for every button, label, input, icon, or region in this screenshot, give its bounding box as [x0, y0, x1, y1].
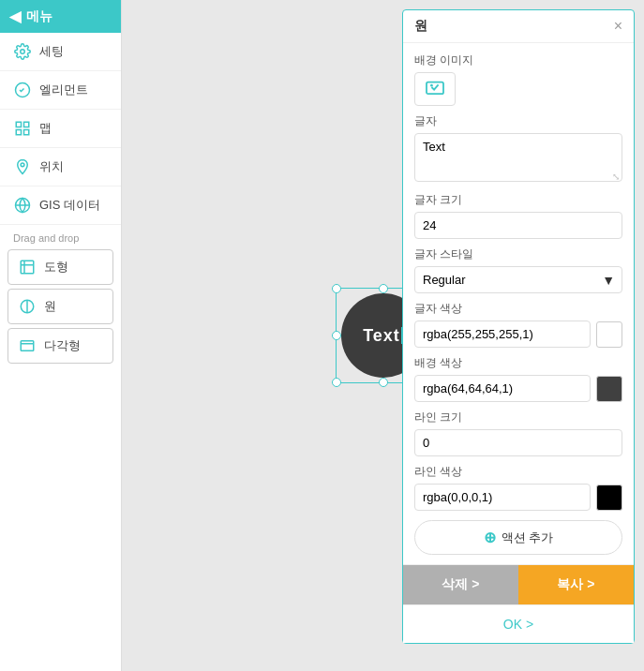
text-color-swatch[interactable]	[596, 321, 622, 348]
svg-rect-12	[21, 341, 34, 351]
text-color-wrapper	[414, 321, 622, 348]
svg-point-0	[21, 50, 25, 54]
bg-color-wrapper	[414, 375, 622, 402]
panel-footer-actions: 삭제 > 복사 >	[403, 565, 634, 604]
svg-rect-2	[24, 122, 29, 127]
polygon-icon	[18, 336, 37, 355]
sidebar-title: 메뉴	[26, 8, 52, 25]
handle-ml[interactable]	[332, 331, 341, 340]
copy-button[interactable]: 복사 >	[518, 565, 634, 604]
panel-title: 원	[414, 18, 427, 35]
add-action-label: 액션 추가	[502, 529, 554, 546]
handle-tl[interactable]	[332, 284, 341, 293]
resize-icon: ⤡	[612, 171, 620, 182]
sidebar-header: ◀ 메뉴	[0, 0, 121, 33]
sidebar-item-element[interactable]: 엘리먼트	[0, 71, 121, 110]
text-field-wrapper: Text ⤡	[414, 133, 622, 185]
sidebar-back-icon[interactable]: ◀	[9, 7, 21, 25]
line-size-input[interactable]	[414, 429, 622, 456]
bg-image-label: 배경 이미지	[414, 52, 622, 68]
font-size-label: 글자 크기	[414, 192, 622, 208]
circle-icon	[18, 297, 37, 316]
circle-text: Text	[363, 326, 400, 346]
drag-drop-label: Drag and drop	[0, 225, 121, 247]
bg-image-upload[interactable]	[414, 72, 456, 106]
line-size-label: 라인 크기	[414, 410, 622, 425]
location-icon	[13, 157, 32, 176]
font-style-wrapper: Regular Bold Italic Bold Italic ▼	[414, 266, 622, 293]
main-canvas[interactable]: ↺ Text 원 × 배경 이미지 글자	[122, 0, 644, 671]
svg-point-15	[430, 83, 433, 86]
sidebar-item-shape[interactable]: 도형	[7, 249, 113, 285]
gis-icon	[13, 196, 32, 215]
bg-color-label: 배경 색상	[414, 355, 622, 371]
svg-rect-3	[16, 130, 21, 135]
line-color-label: 라인 색상	[414, 464, 622, 480]
sidebar-item-polygon-label: 다각형	[44, 337, 81, 354]
sidebar-item-shape-label: 도형	[44, 259, 68, 276]
svg-rect-1	[16, 122, 21, 127]
sidebar-item-gis[interactable]: GIS 데이터	[0, 186, 121, 225]
svg-point-5	[21, 163, 24, 167]
svg-rect-4	[24, 130, 29, 135]
line-color-wrapper	[414, 484, 622, 511]
sidebar-item-map[interactable]: 맵	[0, 110, 121, 148]
bg-color-swatch[interactable]	[596, 376, 622, 402]
gear-icon	[13, 42, 32, 61]
handle-bm[interactable]	[379, 378, 388, 387]
line-color-swatch[interactable]	[596, 485, 622, 511]
ok-button[interactable]: OK >	[403, 604, 634, 643]
panel-close-button[interactable]: ×	[614, 19, 622, 34]
font-size-input[interactable]	[414, 212, 622, 239]
text-label: 글자	[414, 113, 622, 129]
element-icon	[13, 81, 32, 99]
image-upload-icon	[425, 79, 445, 100]
sidebar-item-location-label: 위치	[39, 158, 64, 175]
map-icon	[13, 119, 32, 138]
text-textarea[interactable]: Text	[414, 133, 622, 182]
bg-color-input[interactable]	[414, 375, 591, 402]
panel-footer: 삭제 > 복사 > OK >	[403, 564, 634, 643]
line-color-input[interactable]	[414, 484, 591, 511]
sidebar: ◀ 메뉴 세팅 엘리먼트 맵	[0, 0, 122, 671]
panel-header: 원 ×	[403, 10, 634, 43]
properties-panel: 원 × 배경 이미지 글자 Text ⤡	[402, 9, 635, 644]
font-style-label: 글자 스타일	[414, 246, 622, 262]
handle-bl[interactable]	[332, 378, 341, 387]
sidebar-item-element-label: 엘리먼트	[39, 82, 88, 98]
sidebar-item-circle-label: 원	[44, 298, 56, 315]
panel-body: 배경 이미지 글자 Text ⤡ 글자 크기 글자 스타	[403, 43, 634, 564]
shape-icon	[18, 258, 37, 276]
handle-tm[interactable]	[379, 284, 388, 293]
sidebar-item-settings[interactable]: 세팅	[0, 33, 121, 71]
add-action-plus-icon: ⊕	[484, 529, 496, 546]
svg-rect-7	[21, 261, 34, 274]
sidebar-item-polygon[interactable]: 다각형	[7, 328, 113, 364]
text-color-label: 글자 색상	[414, 301, 622, 317]
add-action-button[interactable]: ⊕ 액션 추가	[414, 520, 622, 555]
sidebar-item-gis-label: GIS 데이터	[39, 197, 100, 214]
font-style-select[interactable]: Regular Bold Italic Bold Italic	[414, 266, 622, 293]
sidebar-item-settings-label: 세팅	[39, 43, 64, 60]
sidebar-item-map-label: 맵	[39, 120, 52, 137]
sidebar-item-circle[interactable]: 원	[7, 289, 113, 324]
text-color-input[interactable]	[414, 321, 591, 348]
delete-button[interactable]: 삭제 >	[403, 565, 518, 604]
sidebar-item-location[interactable]: 위치	[0, 148, 121, 186]
